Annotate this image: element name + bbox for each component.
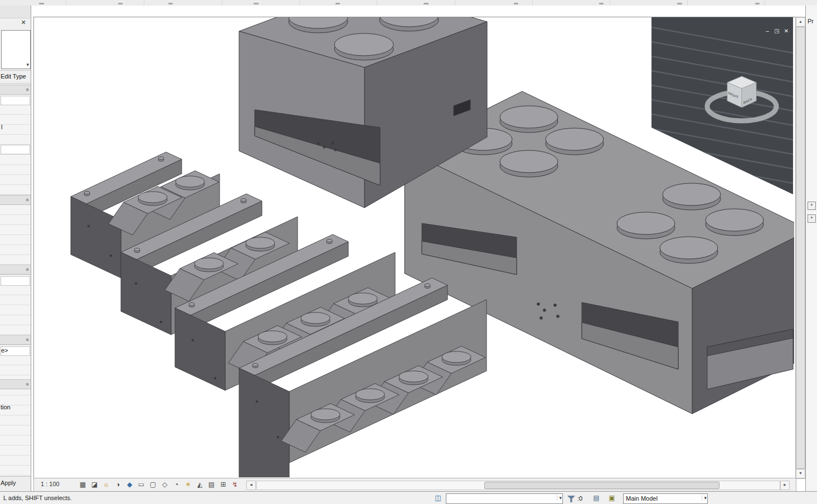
ribbon-separator <box>299 0 300 6</box>
type-selector[interactable]: ▾ <box>1 30 31 69</box>
vertical-scroll-thumb[interactable] <box>796 27 805 469</box>
chevron-down-icon[interactable]: ▾ <box>702 495 707 501</box>
collapse-chevrons-icon[interactable]: « <box>25 383 31 385</box>
status-bar: L adds, SHIFT unselects. ◫ ▾ :0 ▤ ▣ Main… <box>0 491 817 504</box>
ribbon-fragment <box>118 3 123 4</box>
project-browser-panel: Pr + + <box>805 6 817 491</box>
property-text-fragment: tion <box>1 404 11 410</box>
ribbon-fragment <box>755 3 760 4</box>
palette-titlebar <box>0 6 31 18</box>
status-hint-text: L adds, SHIFT unselects. <box>3 495 72 501</box>
property-value-cell[interactable] <box>1 96 30 105</box>
design-option-value: Main Model <box>626 495 658 502</box>
vertical-scrollbar[interactable]: ▲ ▼ <box>795 17 806 479</box>
apply-label: Apply <box>1 479 16 486</box>
ribbon-separator <box>610 0 610 6</box>
ribbon-fragment <box>514 3 518 4</box>
ribbon-fragment <box>335 3 340 4</box>
expand-plus-icon[interactable]: + <box>808 202 816 210</box>
view-control-bar: 1 : 100 ▦ ◪ ☼ ◑ ◆ ▭ ▢ ◇ ◔ ☀ ◭ ▤ ⊞ ↯ ◂ ▸ <box>33 478 796 492</box>
temporary-hide-isolate-icon[interactable]: ◔ <box>171 480 182 490</box>
ribbon-fragment <box>599 3 604 4</box>
property-text-fragment: e> <box>1 347 8 354</box>
worksharing-display-icon[interactable]: ◭ <box>194 480 205 490</box>
collapse-chevrons-icon[interactable]: « <box>25 268 31 271</box>
shadows-icon[interactable]: ◑ <box>113 480 123 490</box>
edit-type-button[interactable]: Edit Type <box>0 70 31 84</box>
design-option-combo[interactable]: Main Model ▾ <box>623 493 708 504</box>
panel-title-fragment: Pr <box>808 18 814 25</box>
expand-plus-icon[interactable]: + <box>808 214 816 223</box>
apply-button[interactable]: Apply <box>0 476 31 490</box>
scroll-left-arrow[interactable]: ◂ <box>246 481 256 490</box>
property-value-cell[interactable] <box>1 276 30 286</box>
horizontal-scrollbar[interactable] <box>256 481 780 490</box>
sun-path-icon[interactable]: ☼ <box>101 480 111 490</box>
detail-level-icon[interactable]: ▦ <box>77 480 88 490</box>
parameter-group-header[interactable]: « <box>0 85 31 95</box>
drawing-area: RIGHT BACK – ◳ ✕ ▲ ▼ 1 : 100 ▦ ◪ ☼ ◑ ◆ ▭… <box>31 6 805 491</box>
ribbon-separator <box>377 0 377 6</box>
reveal-hidden-elements-icon[interactable]: ☀ <box>183 480 193 490</box>
editable-only-icon[interactable]: ▤ <box>592 494 601 502</box>
design-options-icon[interactable]: ▣ <box>607 494 616 502</box>
worksharing-icon[interactable]: ◫ <box>434 494 442 502</box>
viewport-window[interactable]: RIGHT BACK <box>33 17 796 479</box>
collapse-chevrons-icon[interactable]: « <box>25 88 31 91</box>
ribbon-separator <box>687 0 688 6</box>
properties-grid: « l « « « e> « tion <box>0 85 31 476</box>
parameter-group-header[interactable]: « <box>0 265 31 275</box>
show-analytical-model-icon[interactable]: ⊞ <box>218 480 228 490</box>
parameter-group-header[interactable]: « <box>0 195 31 205</box>
ribbon-fragment <box>39 3 44 4</box>
lock-3d-view-icon[interactable]: ◇ <box>159 480 170 490</box>
chevron-down-icon[interactable]: ▾ <box>557 495 562 501</box>
close-window-icon[interactable]: ✕ <box>782 27 791 35</box>
ribbon-fragment <box>677 3 682 4</box>
rendering-dialog-icon[interactable]: ◆ <box>124 480 135 490</box>
ribbon-separator <box>455 0 455 6</box>
visual-style-icon[interactable]: ◪ <box>89 480 100 490</box>
parameter-group-header[interactable]: « <box>0 379 31 389</box>
ribbon-fragment <box>254 3 259 4</box>
edit-type-label: Edit Type <box>1 73 26 80</box>
scroll-right-arrow[interactable]: ▸ <box>780 481 790 490</box>
property-value-cell[interactable] <box>1 145 30 154</box>
workset-combo[interactable]: ▾ <box>446 493 563 504</box>
ribbon-fragment <box>424 3 429 4</box>
horizontal-scroll-thumb[interactable] <box>484 482 719 489</box>
selection-count: :0 <box>577 495 582 502</box>
ribbon-separator <box>532 0 533 6</box>
ribbon-fragment <box>168 3 173 4</box>
scroll-down-arrow[interactable]: ▼ <box>796 469 805 478</box>
collapse-chevrons-icon[interactable]: « <box>25 338 31 341</box>
close-icon[interactable]: ✕ <box>19 18 28 27</box>
minimize-icon[interactable]: – <box>763 27 772 35</box>
restore-icon[interactable]: ◳ <box>772 27 781 35</box>
highlight-displacement-icon[interactable]: ↯ <box>230 480 240 490</box>
temporary-view-properties-icon[interactable]: ▤ <box>206 480 217 490</box>
view-scale-button[interactable]: 1 : 100 <box>41 481 60 487</box>
chevron-down-icon[interactable]: ▾ <box>26 62 29 67</box>
parameter-group-header[interactable]: « <box>0 335 31 345</box>
scroll-up-arrow[interactable]: ▲ <box>796 17 805 27</box>
ribbon-separator <box>144 0 144 6</box>
3d-scene: RIGHT BACK <box>34 17 794 477</box>
collapse-chevrons-icon[interactable]: « <box>25 198 31 201</box>
properties-palette: ✕ ▾ Edit Type « l « « « e> « tion Apply <box>0 6 31 491</box>
show-crop-region-icon[interactable]: ▢ <box>148 480 158 490</box>
filter-icon[interactable] <box>567 496 575 502</box>
ribbon-separator <box>66 0 66 6</box>
crop-view-icon[interactable]: ▭ <box>136 480 147 490</box>
ribbon-separator <box>765 0 765 6</box>
ribbon-separator <box>222 0 222 6</box>
property-text-fragment: l <box>1 124 2 130</box>
